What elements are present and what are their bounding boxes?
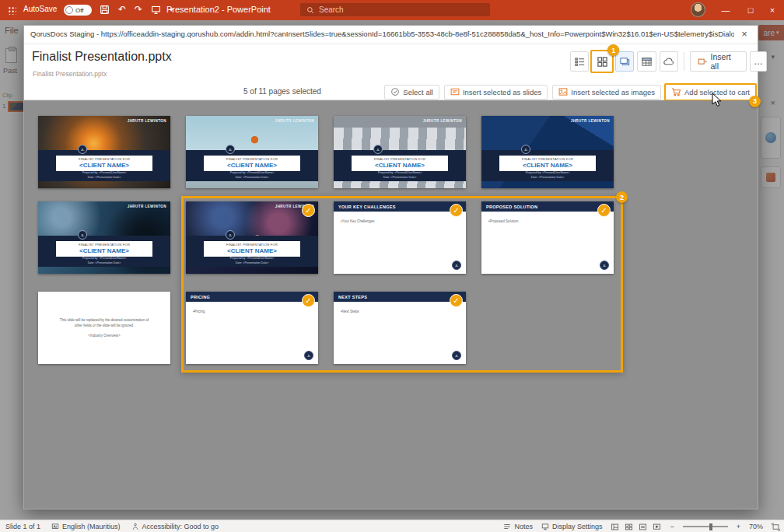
dialog-close-button[interactable]: ×: [737, 28, 751, 40]
logo-icon: JL: [78, 230, 87, 240]
slideshow-icon[interactable]: [151, 5, 161, 15]
insert-as-slides-button[interactable]: Insert selected as slides: [444, 85, 548, 100]
slide-gallery: JHRUTR LEWINTON JL FINALIST PRESENTATION…: [24, 100, 758, 509]
zoom-slider[interactable]: [683, 526, 728, 527]
cover-band: JL FINALIST PRESENTATION FOR<CLIENT NAME…: [38, 150, 170, 181]
insert-all-button[interactable]: Insert all: [690, 51, 747, 72]
view-toolbar: 1 Insert all …: [570, 51, 767, 72]
slides-view-button[interactable]: [615, 51, 634, 72]
autosave-label: AutoSave: [23, 5, 57, 13]
list-view-icon: [574, 56, 586, 68]
brand-text: JHRUTR LEWINTON: [571, 119, 610, 123]
callout-step-3: 3: [749, 96, 761, 107]
zoom-in-button[interactable]: +: [737, 523, 740, 530]
slide-thumbnail-5[interactable]: JHRUTR LEWINTON JL FINALIST PRESENTATION…: [38, 201, 170, 274]
logo-icon: JL: [226, 145, 235, 154]
table-view-icon: [641, 56, 653, 68]
app-icon[interactable]: [8, 6, 16, 15]
cover-band: JL FINALIST PRESENTATION FOR<CLIENT NAME…: [38, 236, 170, 267]
reading-view-icon[interactable]: [639, 523, 647, 531]
dialog-header: Finalist Presentation.pptx Finalist Pres…: [24, 44, 758, 83]
brand-text: JHRUTR LEWINTON: [275, 119, 314, 123]
zoom-slider-knob[interactable]: [709, 523, 712, 530]
brand-text: JHRUTR LEWINTON: [128, 205, 166, 208]
language-indicator[interactable]: English (Mauritius): [51, 523, 121, 530]
powerpoint-statusbar: Slide 1 of 1 English (Mauritius) Accessi…: [0, 520, 784, 532]
slide-outline-icon: [450, 87, 460, 96]
minimize-button[interactable]: —: [714, 0, 737, 20]
user-avatar[interactable]: [691, 2, 705, 17]
dialog-url-text: QorusDocs Staging - https://officeaddin-…: [30, 30, 734, 38]
insert-all-icon: [698, 57, 707, 67]
search-icon: [306, 6, 314, 14]
disclaimer-subtext: <Industry Overview>: [38, 334, 170, 338]
qorusdocs-dialog: QorusDocs Staging - https://officeaddin-…: [23, 25, 758, 509]
add-selected-to-cart-button[interactable]: Add selected to cart: [666, 85, 755, 100]
fit-to-window-icon[interactable]: [772, 523, 780, 531]
notes-icon: [503, 523, 511, 530]
add-to-cart-highlight: Add selected to cart 3: [664, 83, 757, 101]
undo-icon[interactable]: ↶: [118, 4, 126, 15]
autosave-state: Off: [75, 7, 84, 14]
toolbar-separator: [684, 52, 684, 71]
cloud-icon: [663, 56, 674, 68]
slide-thumbnail-1[interactable]: JHRUTR LEWINTON JL FINALIST PRESENTATION…: [38, 116, 170, 188]
select-all-icon: [390, 87, 400, 96]
cart-icon: [671, 87, 681, 97]
proofing-icon: [51, 523, 59, 530]
toolbar-actions: Select all Insert selected as slides Ins…: [384, 84, 755, 100]
cover-band: JL FINALIST PRESENTATION FOR<CLIENT NAME…: [186, 150, 318, 181]
slide-thumbnail-2[interactable]: JHRUTR LEWINTON JL FINALIST PRESENTATION…: [186, 116, 318, 188]
logo-icon: JL: [373, 145, 383, 154]
maximize-button[interactable]: □: [739, 0, 762, 20]
mouse-cursor: [712, 93, 723, 107]
insert-as-images-button[interactable]: Insert selected as images: [552, 85, 661, 100]
brand-text: JHRUTR LEWINTON: [423, 119, 462, 123]
cloud-view-button[interactable]: [660, 51, 678, 72]
search-input[interactable]: Search: [300, 3, 490, 16]
cover-band: JL FINALIST PRESENTATION FOR<CLIENT NAME…: [481, 150, 614, 181]
dialog-titlebar: QorusDocs Staging - https://officeaddin-…: [24, 26, 758, 44]
save-icon[interactable]: [100, 5, 110, 15]
slideshow-view-icon[interactable]: [653, 523, 661, 531]
grid-view-highlight: 1: [590, 50, 614, 73]
powerpoint-titlebar: AutoSave Off ↶ ↷ ▾ Presentation2 - Power…: [0, 0, 784, 20]
window-close-button[interactable]: ×: [761, 0, 784, 20]
cover-band: JL FINALIST PRESENTATION FOR<CLIENT NAME…: [334, 150, 466, 181]
window-title: Presentation2 - PowerPoint: [166, 5, 271, 14]
accessibility-indicator[interactable]: Accessibility: Good to go: [131, 523, 219, 530]
slides-view-icon: [619, 56, 631, 68]
toggle-knob-icon: [65, 6, 73, 14]
slide-thumbnail-9[interactable]: This slide will be replaced by the desir…: [38, 292, 170, 364]
document-title: Finalist Presentation.pptx: [32, 50, 172, 64]
more-options-button[interactable]: …: [750, 51, 767, 72]
image-icon: [558, 87, 568, 96]
slide-thumbnail-3[interactable]: JHRUTR LEWINTON JL FINALIST PRESENTATION…: [334, 116, 466, 188]
autosave-toggle[interactable]: Off: [64, 5, 92, 16]
accessibility-icon: [131, 523, 139, 530]
logo-icon: JL: [521, 145, 530, 154]
select-all-button[interactable]: Select all: [384, 85, 439, 100]
view-switcher: [611, 523, 661, 531]
slide-sorter-icon[interactable]: [625, 523, 633, 531]
selection-status: 5 of 11 pages selected: [243, 87, 321, 96]
slide-indicator[interactable]: Slide 1 of 1: [5, 523, 40, 530]
notes-button[interactable]: Notes: [503, 523, 533, 530]
quick-access-toolbar: ↶ ↷ ▾: [100, 4, 173, 15]
list-view-button[interactable]: [570, 51, 589, 72]
brand-text: JHRUTR LEWINTON: [128, 119, 166, 123]
display-settings-icon: [541, 523, 549, 530]
zoom-level[interactable]: 70%: [749, 523, 763, 530]
callout-step-2: 2: [616, 191, 628, 203]
zoom-out-button[interactable]: −: [670, 523, 674, 530]
display-settings-button[interactable]: Display Settings: [541, 523, 603, 530]
redo-icon[interactable]: ↷: [135, 4, 142, 15]
grid-view-icon: [597, 56, 608, 68]
slide-thumbnail-4[interactable]: JHRUTR LEWINTON JL FINALIST PRESENTATION…: [481, 116, 614, 188]
selection-toolbar: 5 of 11 pages selected Select all Insert…: [24, 83, 758, 100]
table-view-button[interactable]: [637, 51, 656, 72]
disclaimer-text: This slide will be replaced by the desir…: [55, 317, 153, 328]
selected-slides-highlight: 2: [181, 196, 623, 373]
logo-icon: JL: [78, 145, 87, 154]
normal-view-icon[interactable]: [611, 523, 619, 531]
